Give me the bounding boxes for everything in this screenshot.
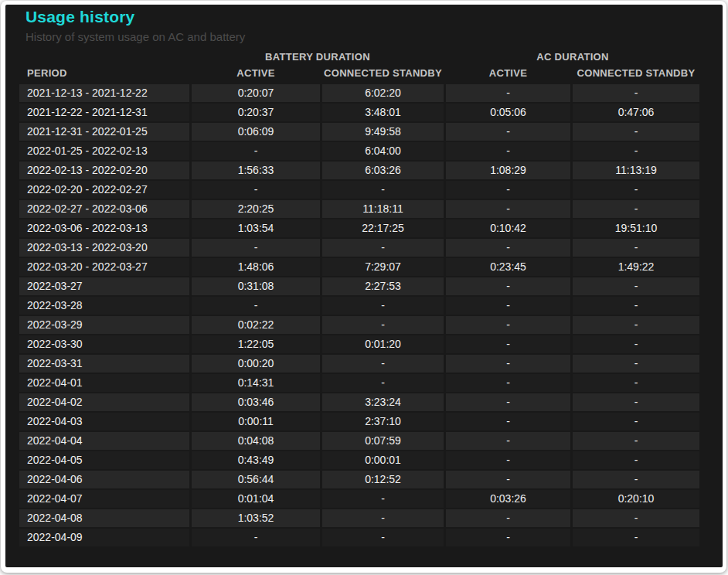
ac-active-cell: 0:05:06 <box>446 104 570 121</box>
table-column-header-row: PERIOD ACTIVE CONNECTED STANDBY ACTIVE C… <box>19 66 699 81</box>
period-cell: 2022-03-29 <box>19 316 189 334</box>
ac-connected-standby-cell: - <box>573 142 699 160</box>
table-row: 2022-03-31 0:00:20 - - - <box>19 355 699 373</box>
battery-active-cell: 1:03:52 <box>192 509 320 527</box>
period-cell: 2022-02-20 - 2022-02-27 <box>19 181 189 199</box>
ac-active-cell: - <box>446 84 570 102</box>
battery-connected-standby-cell: - <box>322 529 444 546</box>
battery-connected-standby-cell: - <box>322 374 444 392</box>
ac-connected-standby-cell: - <box>573 297 699 315</box>
ac-connected-standby-cell: - <box>573 471 699 488</box>
battery-active-cell: 0:03:46 <box>192 393 320 411</box>
battery-active-cell: 0:31:08 <box>192 277 320 295</box>
table-row: 2022-04-03 0:00:11 2:37:10 - - <box>19 413 699 430</box>
battery-active-cell: 1:48:06 <box>192 258 320 276</box>
battery-connected-standby-cell: - <box>322 239 444 257</box>
table-row: 2022-02-27 - 2022-03-06 2:20:25 11:18:11… <box>19 200 699 218</box>
battery-report-page: Usage history History of system usage on… <box>5 5 723 567</box>
battery-active-cell: 0:14:31 <box>192 374 320 392</box>
table-row: 2022-03-06 - 2022-03-13 1:03:54 22:17:25… <box>19 219 699 237</box>
ac-active-cell: - <box>446 239 570 257</box>
ac-connected-standby-cell: 11:13:19 <box>573 162 699 179</box>
battery-connected-standby-cell: 3:48:01 <box>322 104 444 121</box>
ac-connected-standby-cell: - <box>573 123 699 141</box>
battery-active-cell: 0:01:04 <box>192 490 320 508</box>
period-cell: 2022-03-13 - 2022-03-20 <box>19 239 189 257</box>
ac-connected-standby-cell: - <box>573 374 699 392</box>
battery-connected-standby-cell: 22:17:25 <box>322 219 444 237</box>
battery-connected-standby-cell: 7:29:07 <box>322 258 444 276</box>
period-cell: 2022-04-02 <box>19 393 189 411</box>
period-cell: 2022-03-20 - 2022-03-27 <box>19 258 189 276</box>
ac-connected-standby-cell: - <box>573 200 699 218</box>
battery-connected-standby-cell: 3:23:24 <box>322 393 444 411</box>
ac-active-cell: - <box>446 200 570 218</box>
period-cell: 2022-03-30 <box>19 335 189 353</box>
battery-active-cell: - <box>192 181 320 199</box>
period-cell: 2022-04-03 <box>19 413 189 430</box>
column-header-battery-active: ACTIVE <box>192 66 320 81</box>
period-cell: 2021-12-13 - 2021-12-22 <box>19 84 189 102</box>
table-row: 2021-12-31 - 2022-01-25 0:06:09 9:49:58 … <box>19 123 699 141</box>
battery-active-cell: 2:20:25 <box>192 200 320 218</box>
battery-connected-standby-cell: 11:18:11 <box>322 200 444 218</box>
table-row: 2022-03-20 - 2022-03-27 1:48:06 7:29:07 … <box>19 258 699 276</box>
battery-connected-standby-cell: 0:07:59 <box>322 432 444 450</box>
battery-active-cell: 0:56:44 <box>192 471 320 488</box>
period-cell: 2022-04-01 <box>19 374 189 392</box>
table-row: 2022-04-02 0:03:46 3:23:24 - - <box>19 393 699 411</box>
ac-connected-standby-cell: 0:20:10 <box>573 490 699 508</box>
column-header-ac-active: ACTIVE <box>446 66 570 81</box>
ac-connected-standby-cell: - <box>573 316 699 334</box>
ac-active-cell: - <box>446 316 570 334</box>
table-row: 2022-02-13 - 2022-02-20 1:56:33 6:03:26 … <box>19 162 699 179</box>
ac-active-cell: - <box>446 181 570 199</box>
battery-active-cell: 1:22:05 <box>192 335 320 353</box>
battery-active-cell: 0:06:09 <box>192 123 320 141</box>
battery-connected-standby-cell: 2:37:10 <box>322 413 444 430</box>
ac-active-cell: - <box>446 335 570 353</box>
battery-connected-standby-cell: 6:02:20 <box>322 84 444 102</box>
battery-active-cell: - <box>192 239 320 257</box>
ac-connected-standby-cell: 19:51:10 <box>573 219 699 237</box>
ac-active-cell: - <box>446 451 570 469</box>
battery-active-cell: - <box>192 297 320 315</box>
period-cell: 2022-02-27 - 2022-03-06 <box>19 200 189 218</box>
battery-connected-standby-cell: 2:27:53 <box>322 277 444 295</box>
ac-connected-standby-cell: - <box>573 355 699 373</box>
battery-active-cell: - <box>192 142 320 160</box>
ac-active-cell: 1:08:29 <box>446 162 570 179</box>
table-row: 2022-03-30 1:22:05 0:01:20 - - <box>19 335 699 353</box>
period-cell: 2022-04-04 <box>19 432 189 450</box>
ac-active-cell: 0:10:42 <box>446 219 570 237</box>
table-row: 2022-04-04 0:04:08 0:07:59 - - <box>19 432 699 450</box>
ac-connected-standby-cell: - <box>573 239 699 257</box>
table-row: 2022-03-13 - 2022-03-20 - - - - <box>19 239 699 257</box>
battery-connected-standby-cell: - <box>322 181 444 199</box>
ac-connected-standby-cell: - <box>573 509 699 527</box>
table-row: 2022-01-25 - 2022-02-13 - 6:04:00 - - <box>19 142 699 160</box>
table-row: 2022-04-07 0:01:04 - 0:03:26 0:20:10 <box>19 490 699 508</box>
ac-active-cell: - <box>446 529 570 546</box>
period-cell: 2022-01-25 - 2022-02-13 <box>19 142 189 160</box>
battery-connected-standby-cell: 0:00:01 <box>322 451 444 469</box>
battery-connected-standby-cell: - <box>322 490 444 508</box>
period-cell: 2021-12-31 - 2022-01-25 <box>19 123 189 141</box>
ac-active-cell: - <box>446 413 570 430</box>
ac-active-cell: - <box>446 123 570 141</box>
ac-connected-standby-cell: - <box>573 393 699 411</box>
ac-connected-standby-cell: - <box>573 277 699 295</box>
table-row: 2022-03-27 0:31:08 2:27:53 - - <box>19 277 699 295</box>
period-cell: 2022-03-06 - 2022-03-13 <box>19 219 189 237</box>
period-cell: 2021-12-22 - 2021-12-31 <box>19 104 189 121</box>
battery-connected-standby-cell: 9:49:58 <box>322 123 444 141</box>
page-title: Usage history <box>26 8 134 26</box>
report-window: Usage history History of system usage on… <box>1 1 726 573</box>
ac-active-cell: - <box>446 432 570 450</box>
ac-active-cell: 0:23:45 <box>446 258 570 276</box>
period-cell: 2022-04-06 <box>19 471 189 488</box>
group-header-battery-duration: BATTERY DURATION <box>192 49 444 65</box>
period-cell: 2022-02-13 - 2022-02-20 <box>19 162 189 179</box>
ac-active-cell: - <box>446 297 570 315</box>
battery-active-cell: - <box>192 529 320 546</box>
